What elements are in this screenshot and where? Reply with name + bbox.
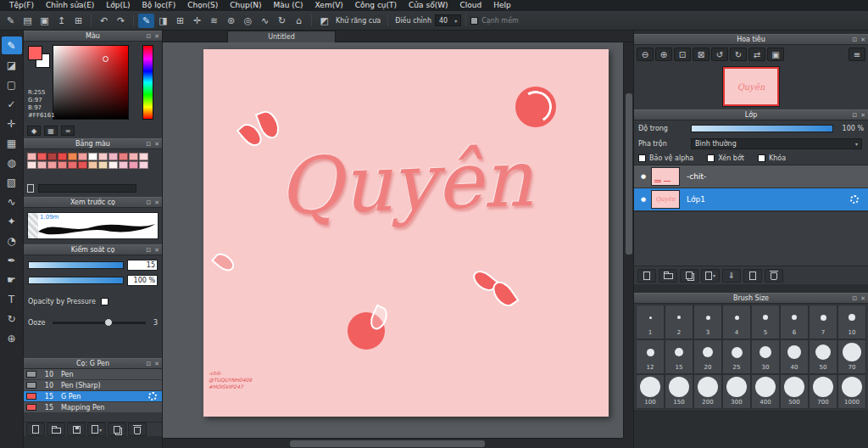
palette-swatch[interactable] <box>88 161 97 169</box>
artwork-canvas[interactable]: Quyên -chit-@TUQUYNH0409#HOISVIP247 <box>203 49 609 417</box>
checkbox-icon[interactable] <box>638 154 646 162</box>
brush-size-cell[interactable]: 300 <box>722 374 751 409</box>
add-layer-icon[interactable] <box>637 269 656 283</box>
brush-size-cell[interactable]: 4 <box>722 305 751 339</box>
gradient-tool[interactable]: ▧ <box>2 173 22 191</box>
menu-item[interactable]: Chụp(N) <box>224 0 267 11</box>
navigator-thumbnail[interactable]: Quyên <box>723 67 779 106</box>
brush-size-cell[interactable]: 1 <box>636 305 665 339</box>
snap-grid-icon[interactable]: ⊞ <box>172 14 188 28</box>
eyedropper-tool[interactable]: ◔ <box>2 232 22 249</box>
pressure-checkbox[interactable] <box>101 298 108 305</box>
brush-size-cell[interactable]: 50 <box>809 339 837 374</box>
snap-settings-icon[interactable]: ⌂ <box>291 14 307 28</box>
eraser-mode-icon[interactable]: ◨ <box>155 14 171 28</box>
merge-down-icon[interactable]: ⇓ <box>722 269 741 283</box>
rotate-cw-icon[interactable]: ↻ <box>730 48 747 61</box>
layer-visible-icon[interactable]: ● <box>637 196 649 203</box>
snap-cross-icon[interactable]: ✛ <box>189 14 205 28</box>
layer-option[interactable]: Bảo vệ alpha <box>638 154 693 162</box>
dot-pen-tool[interactable]: ✓ <box>2 95 22 113</box>
undo-icon[interactable]: ↶ <box>96 14 112 28</box>
lasso-tool[interactable]: ∿ <box>2 193 22 210</box>
checkbox-icon[interactable] <box>758 154 765 162</box>
color-picker-cursor[interactable] <box>103 56 108 62</box>
palette-name-field[interactable] <box>38 184 136 193</box>
magic-wand-tool[interactable]: ✦ <box>2 212 22 230</box>
palette-swatch[interactable] <box>78 161 87 169</box>
brush-size-cell[interactable]: 25 <box>722 339 751 374</box>
blend-mode-select[interactable]: Bình thường ▾ <box>691 138 862 149</box>
menu-item[interactable]: Help <box>487 0 517 11</box>
redo-icon[interactable]: ↷ <box>113 14 129 28</box>
soft-edge-checkbox[interactable] <box>470 17 478 25</box>
rotate-view-icon[interactable]: ↻ <box>274 14 290 28</box>
vertical-scrollbar[interactable] <box>623 42 633 438</box>
eraser-tool[interactable]: ◪ <box>2 56 22 74</box>
brush-size-cell[interactable]: 7 <box>809 305 837 339</box>
palette-swatch[interactable] <box>108 153 118 160</box>
brush-list-item[interactable]: 15G Pen <box>24 391 162 402</box>
layer-opacity-slider[interactable] <box>691 125 833 132</box>
antialias-icon[interactable]: ◩ <box>316 14 332 28</box>
layer-settings-icon[interactable] <box>850 195 859 204</box>
brush-settings-icon[interactable] <box>148 392 157 400</box>
palette-swatch[interactable] <box>47 161 57 169</box>
layer-menu-icon[interactable]: ▾ <box>701 269 720 283</box>
zoom-tool[interactable]: ⊕ <box>2 329 22 347</box>
swatches-small-icon[interactable]: ▦ <box>44 126 58 136</box>
palette-swatch[interactable] <box>37 161 47 169</box>
menu-item[interactable]: Chỉnh sửa(E) <box>40 0 100 11</box>
brush-mode-icon[interactable]: ✎ <box>138 14 154 28</box>
brush-size-slider[interactable] <box>28 261 124 269</box>
brush-size-cell[interactable]: 30 <box>751 339 780 374</box>
brush-list-item[interactable]: 10Pen <box>24 369 162 380</box>
layer-row[interactable]: ●QuyênLớp1 <box>634 188 868 211</box>
menu-item[interactable]: Cloud <box>454 0 488 11</box>
close-panel-icon[interactable]: ✕ <box>860 35 865 46</box>
brush-size-cell[interactable]: 5 <box>751 305 780 339</box>
eyedropper-small-icon[interactable]: ◆ <box>27 126 41 136</box>
palette-swatch[interactable] <box>58 153 67 160</box>
saturation-value-picker[interactable] <box>53 45 129 120</box>
select-tool[interactable]: ▦ <box>2 134 22 152</box>
brush-menu-icon[interactable]: ▾ <box>87 423 106 436</box>
foreground-color-swatch[interactable] <box>28 46 42 60</box>
palette-swatch[interactable] <box>98 153 108 160</box>
canvas-viewport[interactable]: Quyên -chit-@TUQUYNH0409#HOISVIP247 <box>163 42 623 438</box>
brush-folder-icon[interactable] <box>47 423 65 436</box>
palette-swatch[interactable] <box>47 153 57 160</box>
brush-size-cell[interactable]: 15 <box>665 339 693 374</box>
color-menu-icon[interactable]: ≡ <box>61 126 75 136</box>
ooze-slider[interactable] <box>53 322 146 324</box>
float-panel-icon[interactable]: ⊡ <box>852 35 857 46</box>
brush-size-cell[interactable]: 2 <box>665 305 693 339</box>
vertical-scrollbar-thumb[interactable] <box>626 93 632 255</box>
brush-list-item[interactable]: 15Mapping Pen <box>24 402 162 413</box>
brush-size-value[interactable]: 15 <box>127 260 158 271</box>
hand-tool[interactable]: ☛ <box>2 271 22 288</box>
fit-window-icon[interactable]: ⊡ <box>674 48 691 61</box>
layer-visible-icon[interactable]: ● <box>637 173 649 180</box>
snap-circle-icon[interactable]: ◎ <box>240 14 256 28</box>
snap-radial-icon[interactable]: ⊛ <box>223 14 239 28</box>
rotate-tool[interactable]: ↻ <box>2 310 22 328</box>
float-panel-icon[interactable]: ⊡ <box>852 294 857 305</box>
export-icon[interactable]: ↥ <box>53 14 70 28</box>
close-panel-icon[interactable]: ✕ <box>860 110 865 121</box>
clipboard-icon[interactable]: ▤ <box>19 14 36 28</box>
delete-brush-icon[interactable] <box>128 423 147 436</box>
horizontal-scrollbar[interactable] <box>163 438 623 448</box>
rotate-ccw-icon[interactable]: ↺ <box>711 48 728 61</box>
transfer-layer-icon[interactable] <box>743 269 762 283</box>
menu-item[interactable]: Công cụ(T) <box>349 0 403 11</box>
actual-size-icon[interactable]: ⊠ <box>693 48 709 61</box>
brush-size-cell[interactable]: 6 <box>780 305 809 339</box>
add-folder-icon[interactable] <box>659 269 677 283</box>
pen-tool[interactable]: ✒ <box>2 251 22 269</box>
palette-swatch[interactable] <box>108 161 118 169</box>
flip-horizontal-icon[interactable]: ⇄ <box>748 48 765 61</box>
bucket-tool[interactable]: ◍ <box>2 154 22 171</box>
zoom-out-icon[interactable]: ⊖ <box>637 48 654 61</box>
palette-swatch[interactable] <box>58 161 67 169</box>
